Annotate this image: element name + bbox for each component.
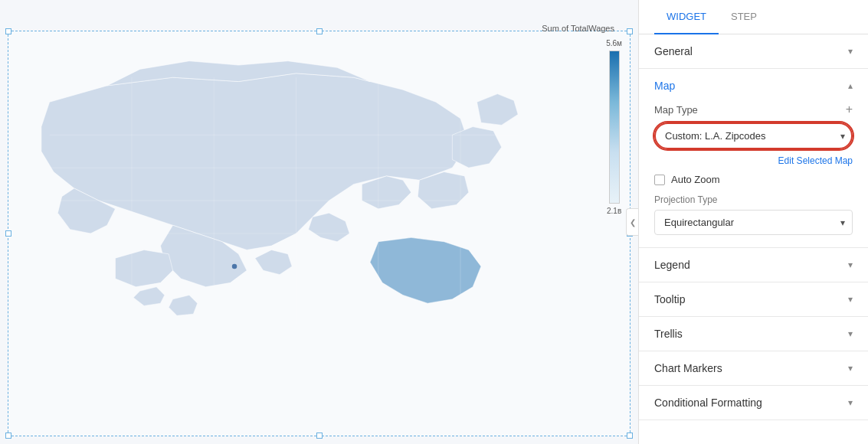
section-conditional-formatting: Conditional Formatting ▾	[639, 386, 868, 420]
section-legend: Legend ▾	[639, 248, 868, 282]
section-conditional-formatting-header[interactable]: Conditional Formatting ▾	[639, 386, 868, 420]
section-chart-markers-header[interactable]: Chart Markers ▾	[639, 351, 868, 385]
tab-widget[interactable]: WIDGET	[654, 0, 719, 34]
section-trellis: Trellis ▾	[639, 317, 868, 351]
chevron-up-icon-map: ▴	[848, 80, 853, 91]
section-tooltip-label: Tooltip	[654, 293, 685, 305]
section-legend-label: Legend	[654, 259, 690, 271]
projection-type-label: Projection Type	[654, 194, 853, 205]
projection-dropdown-wrapper: Equirectangular Mercator Albers USA ▾	[654, 210, 853, 235]
map-type-dropdown-wrapper: Custom: L.A. Zipcodes ▾	[654, 122, 853, 149]
section-chart-markers-label: Chart Markers	[654, 362, 722, 374]
map-legend: Sum of TotalWages 5.6м 2.1в	[606, 39, 622, 215]
section-map-content: Map Type + Custom: L.A. Zipcodes ▾ Edit …	[639, 103, 868, 247]
map-visualization	[8, 31, 584, 436]
section-general: General ▾	[639, 34, 868, 69]
section-trellis-header[interactable]: Trellis ▾	[639, 317, 868, 351]
section-general-header[interactable]: General ▾	[639, 34, 868, 68]
edit-selected-map-link[interactable]: Edit Selected Map	[654, 155, 853, 166]
resize-handle-tr[interactable]	[627, 28, 633, 34]
chevron-down-icon-chart-markers: ▾	[848, 363, 853, 374]
auto-zoom-checkbox[interactable]	[654, 175, 665, 185]
section-conditional-formatting-label: Conditional Formatting	[654, 397, 762, 409]
resize-handle-br[interactable]	[627, 433, 633, 439]
section-tooltip: Tooltip ▾	[639, 282, 868, 317]
add-map-type-button[interactable]: +	[846, 103, 853, 116]
right-panel: WIDGET STEP General ▾ Map ▴ Map Type +	[638, 0, 868, 444]
legend-title: Sum of TotalWages	[542, 24, 614, 33]
legend-max: 5.6м	[606, 39, 622, 47]
section-legend-header[interactable]: Legend ▾	[639, 248, 868, 282]
auto-zoom-label: Auto Zoom	[671, 174, 720, 185]
map-type-row: Map Type +	[654, 103, 853, 116]
legend-min: 2.1в	[607, 207, 621, 215]
collapse-sidebar-button[interactable]: ❮	[626, 208, 638, 236]
tabs-header: WIDGET STEP	[639, 0, 868, 34]
map-container: Sum of TotalWages 5.6м 2.1в	[8, 31, 631, 436]
section-general-label: General	[654, 45, 693, 57]
svg-point-9	[232, 264, 237, 269]
chevron-down-icon-trellis: ▾	[848, 328, 853, 339]
section-map-header[interactable]: Map ▴	[639, 69, 868, 103]
map-panel: Sum of TotalWages 5.6м 2.1в ❮	[0, 0, 638, 444]
projection-type-select[interactable]: Equirectangular Mercator Albers USA	[654, 210, 853, 235]
tab-step[interactable]: STEP	[719, 0, 769, 34]
sections-container: General ▾ Map ▴ Map Type + Custom: L.A. …	[639, 34, 868, 444]
map-type-label: Map Type	[654, 104, 698, 116]
section-map-label: Map	[654, 80, 675, 92]
chevron-down-icon-conditional-formatting: ▾	[848, 397, 853, 408]
legend-gradient	[609, 51, 620, 204]
section-map: Map ▴ Map Type + Custom: L.A. Zipcodes ▾	[639, 69, 868, 248]
section-tooltip-header[interactable]: Tooltip ▾	[639, 282, 868, 316]
section-chart-markers: Chart Markers ▾	[639, 351, 868, 386]
auto-zoom-row: Auto Zoom	[654, 174, 853, 185]
chevron-down-icon-tooltip: ▾	[848, 294, 853, 305]
section-trellis-label: Trellis	[654, 328, 683, 340]
map-type-select[interactable]: Custom: L.A. Zipcodes	[654, 122, 853, 149]
chevron-left-icon: ❮	[630, 218, 636, 227]
chevron-down-icon-general: ▾	[848, 46, 853, 57]
chevron-down-icon-legend: ▾	[848, 260, 853, 270]
